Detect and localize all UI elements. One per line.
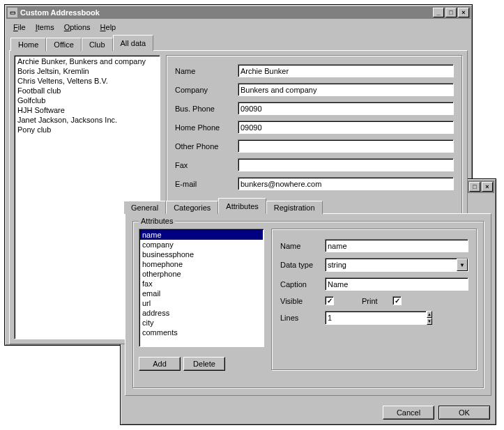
cancel-button[interactable]: Cancel [383,406,434,420]
label-busphone: Bus. Phone [175,105,238,113]
close-button[interactable]: × [458,8,469,17]
company-field[interactable] [238,83,454,96]
main-title: Custom Addressbook [20,8,100,17]
list-item[interactable]: url [140,298,263,308]
lines-spinner[interactable]: ▲ ▼ [325,311,381,325]
main-tabstrip: Home Office Club All data [8,34,472,50]
maximize-button[interactable]: □ [445,8,457,17]
label-name: Name [175,67,238,75]
menu-items[interactable]: Items [31,22,59,33]
homephone-field[interactable] [238,121,454,134]
spinner-down-icon[interactable]: ▼ [427,318,432,325]
attributes-listbox[interactable]: name company businessphone homephone oth… [139,229,264,347]
label-fax: Fax [175,161,238,169]
settings-tabstrip: General Categories Attributes Registrati… [121,197,496,213]
list-item[interactable]: Boris Jeltsin, Kremlin [15,66,159,76]
label-datatype: Data type [280,261,325,269]
list-item[interactable]: company [140,240,263,249]
main-titlebar[interactable]: ▭ Custom Addressbook _ □ × [6,6,471,19]
spinner-up-icon[interactable]: ▲ [427,311,432,318]
menu-options[interactable]: Options [60,22,95,33]
list-item[interactable]: Golfclub [15,95,159,105]
busphone-field[interactable] [238,102,454,115]
list-item[interactable]: Football club [15,86,159,95]
attr-name-field[interactable] [325,239,468,252]
app-icon: ▭ [8,8,17,17]
list-item[interactable]: address [140,308,263,318]
datatype-select[interactable]: string ▼ [325,258,468,272]
list-item[interactable]: name [140,230,263,240]
close-button[interactable]: × [482,182,493,192]
attributes-group: Attributes name company businessphone ho… [132,221,484,388]
tab-club[interactable]: Club [82,38,113,51]
label-company: Company [175,86,238,94]
list-item[interactable]: homephone [140,259,263,269]
list-item[interactable]: businessphone [140,249,263,259]
ok-button[interactable]: OK [438,406,490,420]
tab-attributes[interactable]: Attributes [218,198,266,214]
list-item[interactable]: Janet Jackson, Jacksons Inc. [15,115,159,125]
attribute-detail-panel: Name Data type string ▼ Caption [271,229,478,371]
menubar: File Items Options Help [5,20,472,34]
tab-categories[interactable]: Categories [166,201,218,214]
list-item[interactable]: city [140,318,263,328]
tab-alldata[interactable]: All data [113,35,154,51]
print-checkbox[interactable]: ✓ [392,296,402,305]
chevron-down-icon[interactable]: ▼ [457,259,468,271]
label-caption: Caption [280,280,325,289]
fax-field[interactable] [238,158,454,171]
label-visible: Visible [280,297,325,305]
otherphone-field[interactable] [238,139,454,153]
email-field[interactable] [238,177,454,190]
list-item[interactable]: Pony club [15,125,159,135]
label-lines: Lines [280,314,325,322]
list-item[interactable]: HJH Software [15,105,159,115]
label-otherphone: Other Phone [175,142,238,151]
list-item[interactable]: fax [140,279,263,289]
tab-general[interactable]: General [123,201,166,214]
list-item[interactable]: Archie Bunker, Bunkers and company [15,56,159,66]
add-button[interactable]: Add [139,357,181,371]
label-print: Print [362,297,392,305]
tab-office[interactable]: Office [46,38,82,51]
settings-tabpane: Attributes name company businessphone ho… [125,213,491,396]
visible-checkbox[interactable]: ✓ [325,296,334,305]
maximize-button[interactable]: □ [469,182,480,192]
menu-file[interactable]: File [9,22,30,33]
delete-button[interactable]: Delete [183,357,225,371]
settings-window: ▭ Addressbook Settings _ □ × General Cat… [120,178,496,425]
menu-help[interactable]: Help [96,22,121,33]
lines-field[interactable] [325,311,427,325]
caption-field[interactable] [325,277,468,291]
list-item[interactable]: email [140,289,263,298]
tab-registration[interactable]: Registration [266,201,323,214]
tab-home[interactable]: Home [10,38,46,51]
label-attr-name: Name [280,242,325,250]
label-homephone: Home Phone [175,123,238,132]
dialog-buttons: Cancel OK [121,400,496,425]
group-legend: Attributes [139,217,175,225]
list-item[interactable]: comments [140,328,263,337]
minimize-button[interactable]: _ [433,8,444,17]
label-email: E-mail [175,180,238,188]
name-field[interactable] [238,64,454,77]
list-item[interactable]: Chris Veltens, Veltens B.V. [15,76,159,86]
list-item[interactable]: otherphone [140,269,263,279]
